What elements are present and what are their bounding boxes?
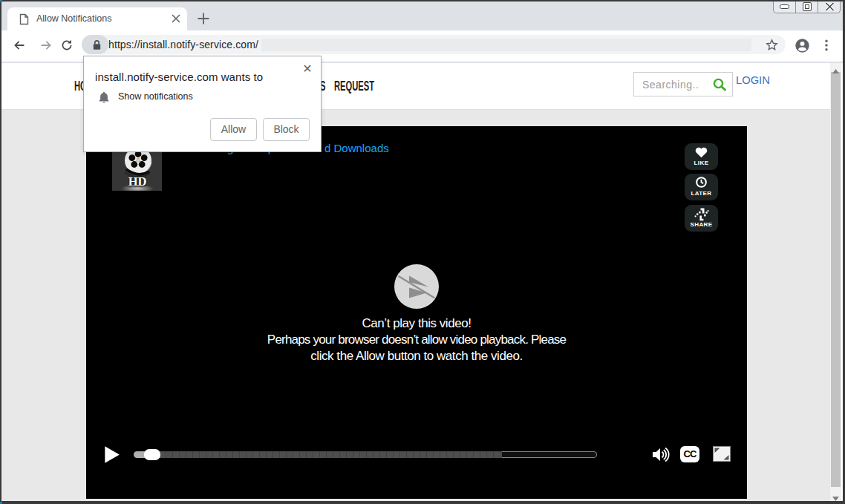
svg-text:HD: HD (128, 174, 147, 189)
